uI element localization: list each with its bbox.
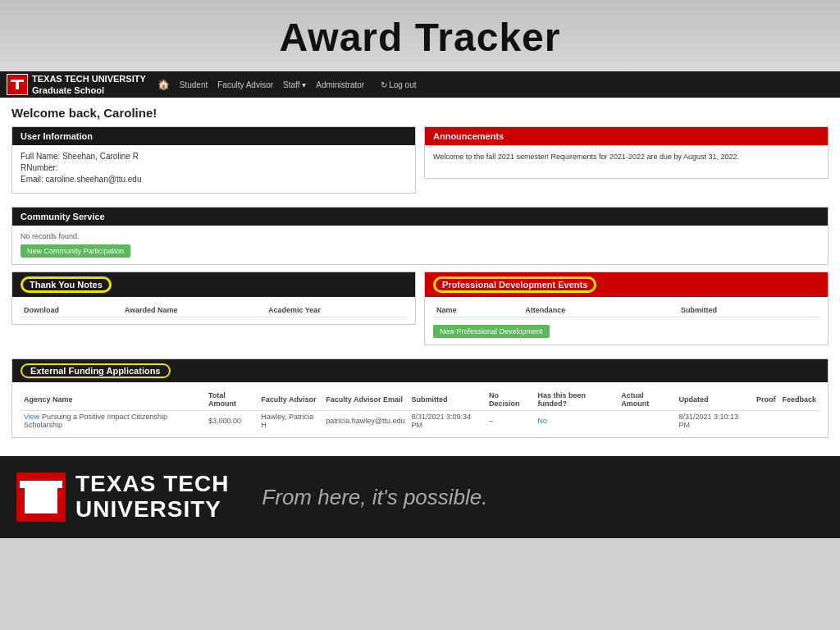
col-faculty-advisor-email: Faculty Advisor Email [322, 389, 408, 411]
new-community-participation-button[interactable]: New Community Participation [21, 244, 130, 258]
thank-you-notes-header: Thank You Notes [12, 272, 415, 297]
prof-dev-col: Professional Development Events Name Att… [424, 272, 829, 352]
user-info-header: User Information [12, 127, 415, 145]
external-funding-header: External Funding Applications [12, 359, 828, 382]
nav-home-icon[interactable]: 🏠 [158, 79, 170, 90]
col-download: Download [21, 304, 121, 317]
cell-actual-amount [618, 411, 675, 431]
nav-administrator[interactable]: Administrator [316, 80, 364, 89]
community-service-panel: Community Service No records found. New … [11, 207, 829, 265]
footer-logo-text: TEXAS TECH [75, 472, 229, 497]
thank-you-notes-col: Thank You Notes Download Awarded Name Ac… [11, 272, 416, 352]
col-updated: Updated [676, 389, 753, 411]
nav-faculty-advisor[interactable]: Faculty Advisor [217, 80, 273, 89]
announcements-body: Welcome to the fall 2021 semester! Requi… [425, 145, 828, 178]
col-feedback: Feedback [778, 389, 819, 411]
nav-staff[interactable]: Staff ▾ [283, 80, 306, 89]
external-funding-body: Agency Name Total Amount Faculty Advisor… [12, 382, 828, 437]
welcome-message: Welcome back, Caroline! [11, 106, 829, 120]
rnumber-label: RNumber: [21, 163, 58, 172]
full-name-value: Sheehan, Caroline R [62, 152, 139, 161]
col-total-amount: Total Amount [205, 389, 258, 411]
col-submitted: Submitted [409, 389, 486, 411]
top-two-col: User Information Full Name: Sheehan, Car… [11, 126, 829, 200]
ttu-logo-large [16, 472, 66, 522]
navbar-brand: TEXAS TECH UNIVERSITY Graduate School [32, 73, 146, 97]
footer-text-logo: TEXAS TECH UNIVERSITY [75, 472, 229, 523]
thank-you-notes-table: Download Awarded Name Academic Year [21, 304, 407, 317]
col-actual-amount: Actual Amount [618, 389, 675, 411]
cell-view-link[interactable]: View Pursuing a Positive Impact Citizens… [21, 411, 205, 431]
announcements-header: Announcements [425, 127, 828, 145]
email-value: caroline.sheehan@ttu.edu [46, 175, 142, 184]
cell-updated: 8/31/2021 3:10:13 PM [676, 411, 753, 431]
navbar: TEXAS TECH UNIVERSITY Graduate School 🏠 … [0, 71, 840, 98]
cell-feedback [778, 411, 819, 431]
footer-logo-subtext: UNIVERSITY [75, 497, 229, 523]
prof-dev-panel: Professional Development Events Name Att… [424, 272, 829, 345]
navbar-logo: TEXAS TECH UNIVERSITY Graduate School [7, 73, 146, 97]
cell-funded: No [534, 411, 618, 431]
col-pd-name: Name [433, 304, 522, 317]
thank-you-notes-panel: Thank You Notes Download Awarded Name Ac… [11, 272, 416, 325]
bottom-two-col: Thank You Notes Download Awarded Name Ac… [11, 272, 829, 352]
cell-faculty-advisor: Hawley, Patricia H [258, 411, 322, 431]
svg-rect-11 [20, 481, 62, 488]
cell-no-decision: – [486, 411, 534, 431]
community-service-body: No records found. New Community Particip… [12, 226, 828, 264]
nav-student[interactable]: Student [180, 80, 208, 89]
cell-total-amount: $3,000.00 [205, 411, 258, 431]
community-service-header: Community Service [12, 208, 828, 226]
col-funded: Has this been funded? [534, 389, 618, 411]
navbar-nav: 🏠 Student Faculty Advisor Staff ▾ Admini… [158, 79, 417, 90]
no-records-text: No records found. [21, 232, 819, 240]
external-funding-title: External Funding Applications [21, 363, 171, 378]
col-pd-submitted: Submitted [678, 304, 819, 317]
prof-dev-title: Professional Development Events [433, 276, 596, 293]
external-funding-panel: External Funding Applications Agency Nam… [11, 358, 829, 438]
rnumber-row: RNumber: [21, 163, 407, 172]
email-label: Email: [21, 175, 43, 184]
col-awarded-name: Awarded Name [121, 304, 265, 317]
page-title: Award Tracker [0, 15, 840, 60]
table-row: View Pursuing a Positive Impact Citizens… [21, 411, 819, 431]
prof-dev-body: Name Attendance Submitted New Profession… [425, 297, 828, 345]
cell-proof [753, 411, 779, 431]
external-funding-table: Agency Name Total Amount Faculty Advisor… [21, 389, 819, 431]
col-agency-name: Agency Name [21, 389, 205, 411]
page-header: Award Tracker [0, 0, 840, 71]
footer: TEXAS TECH UNIVERSITY From here, it's po… [0, 456, 840, 538]
announcements-panel: Announcements Welcome to the fall 2021 s… [424, 126, 829, 179]
ttu-logo-small [7, 74, 28, 95]
announcements-col: Announcements Welcome to the fall 2021 s… [424, 126, 829, 200]
svg-rect-2 [16, 80, 19, 89]
external-funding-tbody: View Pursuing a Positive Impact Citizens… [21, 411, 819, 431]
col-proof: Proof [753, 389, 779, 411]
col-faculty-advisor: Faculty Advisor [258, 389, 322, 411]
full-name-row: Full Name: Sheehan, Caroline R [21, 152, 407, 161]
new-professional-development-button[interactable]: New Professional Development [433, 325, 550, 338]
prof-dev-header: Professional Development Events [425, 272, 828, 297]
footer-slogan: From here, it's possible. [262, 485, 487, 510]
email-row: Email: caroline.sheehan@ttu.edu [21, 175, 407, 184]
footer-logo-area: TEXAS TECH UNIVERSITY [16, 472, 229, 523]
thank-you-notes-title: Thank You Notes [21, 276, 112, 293]
col-pd-attendance: Attendance [522, 304, 678, 317]
announcement-text: Welcome to the fall 2021 semester! Requi… [433, 153, 739, 161]
thank-you-notes-body: Download Awarded Name Academic Year [12, 297, 415, 324]
nav-logout[interactable]: ↻ Log out [381, 80, 416, 89]
cell-faculty-advisor-email: patricia.hawley@ttu.edu [322, 411, 408, 431]
prof-dev-table: Name Attendance Submitted [433, 304, 819, 317]
full-name-label: Full Name: [21, 152, 60, 161]
main-content: Welcome back, Caroline! User Information… [0, 98, 840, 456]
user-info-col: User Information Full Name: Sheehan, Car… [11, 126, 416, 200]
user-info-panel: User Information Full Name: Sheehan, Car… [11, 126, 416, 194]
col-no-decision: No Decision [486, 389, 534, 411]
cell-submitted: 8/31/2021 3:09:34 PM [409, 411, 486, 431]
col-academic-year: Academic Year [265, 304, 407, 317]
user-info-body: Full Name: Sheehan, Caroline R RNumber: … [12, 145, 415, 193]
